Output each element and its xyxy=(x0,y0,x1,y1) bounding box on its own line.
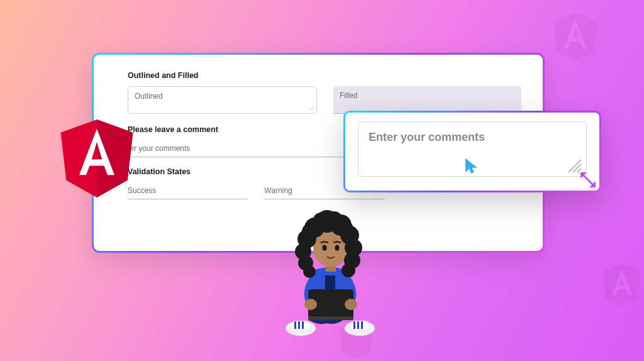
svg-rect-16 xyxy=(326,293,334,297)
filled-textarea[interactable]: Filled xyxy=(333,86,521,114)
svg-line-1 xyxy=(312,109,314,111)
outlined-placeholder: Outlined xyxy=(135,92,163,101)
svg-rect-13 xyxy=(357,321,359,329)
svg-point-19 xyxy=(304,299,317,310)
zoom-popup: Enter your comments xyxy=(343,111,601,192)
zoom-popup-body: Enter your comments xyxy=(345,113,599,191)
filled-placeholder: Filled xyxy=(340,91,358,100)
angular-watermark-icon xyxy=(602,264,641,306)
svg-rect-9 xyxy=(294,321,296,329)
success-input[interactable]: Success xyxy=(128,182,248,199)
outlined-textarea[interactable]: Outlined xyxy=(128,86,317,114)
zoom-comment-textarea[interactable]: Enter your comments xyxy=(358,121,587,177)
svg-point-34 xyxy=(341,264,355,277)
warning-label: Warning xyxy=(264,186,292,195)
angular-logo-icon xyxy=(60,119,133,197)
angular-watermark-icon xyxy=(553,13,597,60)
svg-point-33 xyxy=(298,255,313,270)
angular-watermark-icon xyxy=(340,322,374,358)
outlined-filled-row: Outlined Filled xyxy=(128,86,521,114)
svg-point-32 xyxy=(344,252,360,269)
svg-rect-10 xyxy=(298,321,300,329)
outlined-filled-heading: Outlined and Filled xyxy=(128,71,521,80)
svg-rect-18 xyxy=(308,316,353,320)
svg-point-35 xyxy=(303,265,316,278)
svg-rect-17 xyxy=(308,289,353,318)
resize-arrow-icon xyxy=(577,169,601,192)
zoom-placeholder: Enter your comments xyxy=(369,131,485,143)
svg-rect-15 xyxy=(325,275,335,306)
svg-point-6 xyxy=(345,321,375,336)
svg-rect-11 xyxy=(302,321,304,329)
resize-grip-icon xyxy=(308,105,314,111)
svg-rect-21 xyxy=(326,262,336,272)
svg-line-0 xyxy=(309,106,314,111)
svg-point-20 xyxy=(345,299,357,310)
svg-rect-8 xyxy=(351,321,369,330)
comment-placeholder: ter your comments xyxy=(128,144,190,153)
cursor-icon xyxy=(464,157,481,175)
svg-point-5 xyxy=(286,321,316,336)
svg-rect-14 xyxy=(361,321,363,329)
svg-rect-12 xyxy=(353,321,355,329)
svg-rect-7 xyxy=(292,321,309,330)
